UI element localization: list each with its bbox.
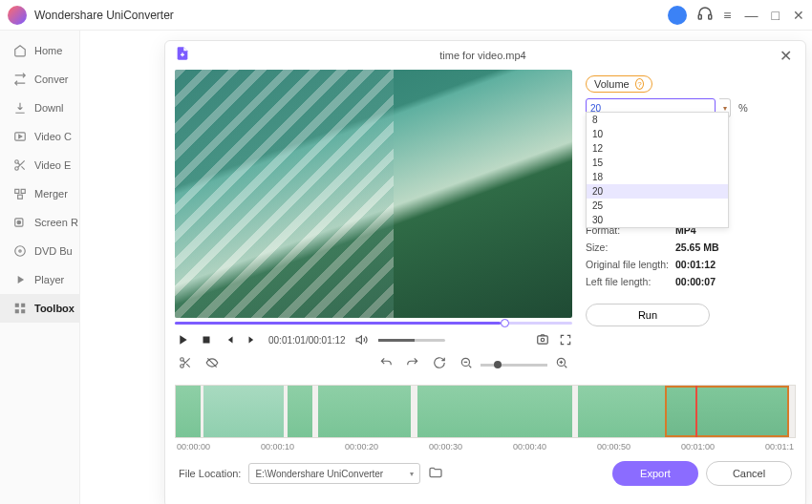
mute-icon[interactable]	[355, 333, 369, 346]
open-folder-icon[interactable]	[428, 465, 443, 482]
help-icon[interactable]: ?	[635, 78, 644, 90]
sidebar-item-toolbox[interactable]: Toolbox	[0, 294, 79, 323]
volume-option[interactable]: 20	[587, 184, 728, 199]
playhead[interactable]	[695, 385, 697, 437]
settings-panel: Volume ? ▾ % 8 10 12 15 18 20	[586, 70, 796, 377]
modal-footer: File Location: E:\Wondershare UniConvert…	[165, 452, 805, 495]
volume-option[interactable]: 25	[587, 199, 728, 213]
prev-frame-button[interactable]	[223, 333, 236, 346]
redo-icon[interactable]	[406, 356, 419, 373]
svg-rect-1	[709, 14, 712, 19]
sidebar-item-label: Home	[34, 45, 62, 56]
sidebar-item-label: Toolbox	[34, 303, 75, 314]
zoom-out-icon[interactable]	[459, 356, 473, 373]
next-frame-button[interactable]	[246, 333, 259, 346]
volume-dropdown: 8 10 12 15 18 20 25 30	[586, 112, 729, 228]
timeline-clip[interactable]	[318, 386, 411, 437]
zoom-slider[interactable]	[481, 364, 547, 367]
app-name: Wondershare UniConverter	[34, 9, 668, 22]
sidebar-item-merger[interactable]: Merger	[0, 179, 79, 208]
app-logo-icon	[8, 6, 27, 25]
minimize-button[interactable]: —	[745, 8, 759, 23]
timeline-clip[interactable]	[176, 386, 201, 437]
volume-label-chip: Volume ?	[586, 75, 652, 93]
titlebar: Wondershare UniConverter ≡ — □ ✕	[0, 0, 812, 31]
export-button[interactable]: Export	[612, 461, 698, 486]
sidebar-item-converter[interactable]: Conver	[0, 65, 79, 94]
sidebar-item-dvdburner[interactable]: DVD Bu	[0, 237, 79, 265]
fullscreen-icon[interactable]	[559, 333, 572, 346]
info-val: 00:01:12	[675, 259, 716, 270]
download-icon	[13, 101, 27, 115]
play-button[interactable]	[175, 332, 190, 347]
add-file-icon[interactable]	[175, 46, 190, 65]
sidebar-item-downloader[interactable]: Downl	[0, 94, 79, 122]
svg-rect-5	[15, 189, 19, 193]
volume-option[interactable]: 15	[587, 156, 728, 170]
timecode: 00:01:01/00:01:12	[268, 335, 346, 346]
stop-button[interactable]	[200, 333, 213, 346]
timeline-clip-selected[interactable]	[665, 386, 789, 437]
sidebar-item-player[interactable]: Player	[0, 265, 79, 294]
convert-icon	[13, 73, 27, 86]
file-location-select[interactable]: E:\Wondershare UniConverter ▾	[248, 463, 420, 484]
svg-rect-12	[15, 304, 19, 307]
play-icon	[13, 273, 27, 286]
tick-label: 00:00:50	[597, 442, 630, 452]
tick-label: 00:00:00	[177, 442, 210, 452]
volume-slider[interactable]	[378, 339, 445, 342]
volume-option[interactable]: 18	[587, 170, 728, 184]
volume-option[interactable]: 30	[587, 213, 728, 227]
file-info: Format:MP4 Size:25.65 MB Original file l…	[586, 222, 796, 290]
sidebar-item-label: Merger	[34, 188, 68, 200]
compress-icon	[13, 130, 27, 143]
info-key: Left file length:	[586, 274, 675, 291]
merge-icon	[13, 187, 27, 200]
undo-icon[interactable]	[379, 356, 393, 373]
reset-icon[interactable]	[433, 356, 446, 373]
editor-modal: time for video.mp4 ✕ 00:01:01/00:01:12	[164, 40, 806, 504]
close-window-button[interactable]: ✕	[793, 8, 804, 23]
timeline[interactable]	[175, 385, 796, 438]
hide-tool-icon[interactable]	[205, 356, 219, 373]
support-headset-icon[interactable]	[696, 5, 714, 26]
sidebar-item-screenrecorder[interactable]: Screen R	[0, 208, 79, 237]
run-button[interactable]: Run	[586, 304, 710, 326]
sidebar-item-label: Player	[34, 274, 64, 285]
timeline-clip[interactable]	[203, 386, 284, 437]
seek-slider[interactable]	[175, 318, 572, 327]
chevron-down-icon: ▾	[410, 470, 414, 478]
timeline-ticks: 00:00:00 00:00:10 00:00:20 00:00:30 00:0…	[175, 438, 796, 452]
volume-label: Volume	[594, 78, 630, 90]
cancel-button[interactable]: Cancel	[706, 461, 792, 486]
volume-option[interactable]: 12	[587, 141, 728, 156]
timeline-clip[interactable]	[417, 386, 572, 437]
cut-tool-icon[interactable]	[179, 356, 192, 373]
info-key: Original file length:	[586, 257, 675, 274]
menu-icon[interactable]: ≡	[723, 8, 731, 23]
timeline-clip[interactable]	[578, 386, 665, 437]
zoom-in-icon[interactable]	[555, 356, 568, 373]
sidebar-item-videoeditor[interactable]: Video E	[0, 151, 79, 179]
tick-label: 00:00:30	[429, 442, 462, 452]
video-preview[interactable]	[175, 70, 572, 318]
timeline-clip[interactable]	[288, 386, 312, 437]
account-avatar-icon[interactable]	[668, 6, 687, 25]
sidebar-item-home[interactable]: Home	[0, 36, 79, 65]
svg-point-18	[541, 338, 545, 342]
volume-option[interactable]: 10	[587, 127, 728, 141]
info-val: 25.65 MB	[675, 242, 719, 253]
disc-icon	[13, 244, 27, 258]
volume-option[interactable]: 8	[587, 113, 728, 127]
grid-icon	[13, 302, 27, 315]
svg-rect-17	[538, 336, 548, 344]
tick-label: 00:00:20	[345, 442, 378, 452]
file-location-label: File Location:	[179, 468, 241, 479]
snapshot-icon[interactable]	[536, 333, 549, 346]
svg-point-11	[19, 250, 21, 252]
file-location-value: E:\Wondershare UniConverter	[255, 469, 383, 479]
maximize-button[interactable]: □	[772, 8, 780, 23]
svg-rect-6	[21, 189, 25, 193]
close-modal-button[interactable]: ✕	[776, 47, 796, 65]
sidebar-item-videocompress[interactable]: Video C	[0, 122, 79, 151]
